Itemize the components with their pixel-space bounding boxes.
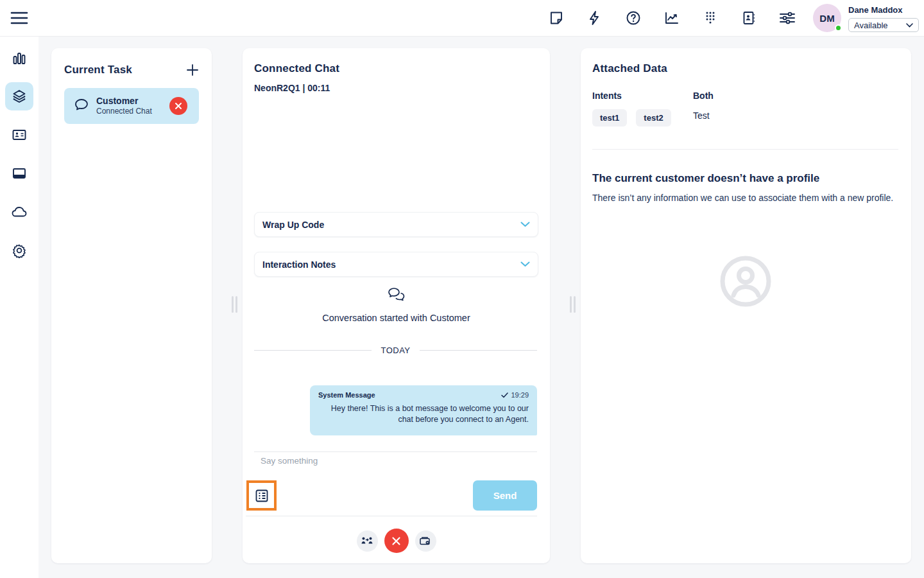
no-profile-title: The current customer doesn’t have a prof… [592, 172, 819, 185]
task-type: Connected Chat [96, 107, 152, 116]
input-divider [254, 451, 537, 452]
dialpad-icon[interactable] [691, 0, 730, 36]
conversation-icon [387, 287, 406, 304]
hamburger-menu-icon[interactable] [10, 10, 28, 26]
chat-action-bar [243, 529, 550, 553]
message-text: Hey there! This is a bot message to welc… [318, 403, 529, 425]
day-divider-label: TODAY [381, 346, 410, 355]
sidebar-item-reporting[interactable] [5, 44, 33, 73]
intent-tag: test1 [592, 109, 627, 127]
settings-sliders-icon[interactable] [768, 0, 807, 36]
top-bar: DM Dane Maddox Available [0, 0, 924, 37]
panel-resize-handle-right[interactable] [570, 296, 578, 313]
help-icon[interactable] [614, 0, 653, 36]
end-chat-button[interactable] [384, 529, 409, 553]
task-name: Customer [96, 96, 152, 107]
user-avatar[interactable]: DM [813, 4, 841, 32]
no-profile-description: There isn’t any information we can use t… [592, 191, 899, 205]
intents-group: Intents test1 test2 [592, 91, 671, 127]
actions-divider [246, 516, 537, 516]
availability-value: Available [854, 21, 888, 30]
wrap-up-code-label: Wrap Up Code [262, 220, 324, 230]
gear-icon [12, 243, 27, 258]
bar-chart-icon [12, 51, 27, 66]
layers-icon [12, 89, 27, 104]
availability-select[interactable]: Available [848, 18, 919, 32]
chat-message-input[interactable] [261, 456, 530, 466]
both-value: Test [693, 110, 714, 121]
interaction-notes-dropdown[interactable]: Interaction Notes [254, 252, 538, 277]
empty-profile-icon [719, 255, 772, 310]
quick-launch-icon[interactable] [576, 0, 614, 36]
sidebar-item-directory[interactable] [5, 121, 33, 149]
current-task-panel: Current Task Customer Connected Chat [51, 48, 212, 563]
current-task-title: Current Task [64, 64, 132, 76]
quick-replies-button[interactable] [246, 480, 277, 511]
send-button[interactable]: Send [473, 480, 537, 511]
contact-card-icon [12, 127, 27, 143]
record-button[interactable] [415, 530, 436, 552]
chat-bubble-icon [73, 97, 90, 115]
app-sidebar [0, 37, 38, 578]
chat-title: Connected Chat [254, 62, 339, 75]
transfer-people-icon [361, 536, 373, 546]
avatar-initials: DM [819, 13, 834, 24]
attached-data-panel: Attached Data Intents test1 test2 Both T… [581, 48, 911, 563]
wrap-up-code-dropdown[interactable]: Wrap Up Code [254, 212, 538, 237]
sidebar-item-settings[interactable] [5, 236, 33, 265]
topbar-icon-group [537, 0, 807, 36]
connected-chat-panel: Connected Chat NeonR2Q1 | 00:11 Wrap Up … [243, 48, 550, 563]
system-message-bubble: System Message 19:29 Hey there! This is … [310, 385, 537, 435]
window-icon [12, 166, 27, 181]
intent-tag: test2 [636, 109, 671, 127]
availability-dot [835, 24, 842, 31]
task-card-customer[interactable]: Customer Connected Chat [64, 88, 199, 124]
interaction-notes-label: Interaction Notes [262, 259, 336, 270]
performance-icon[interactable] [653, 0, 691, 36]
conversation-start-notice: Conversation started with Customer [243, 287, 550, 323]
section-divider [592, 149, 898, 150]
sidebar-item-interactions[interactable] [5, 82, 33, 110]
sidebar-item-browser[interactable] [5, 159, 33, 188]
record-device-icon [419, 536, 432, 546]
day-divider: TODAY [254, 346, 537, 355]
delivered-check-icon [501, 392, 508, 398]
chat-session-info: NeonR2Q1 | 00:11 [254, 83, 339, 93]
conversation-start-text: Conversation started with Customer [243, 313, 550, 323]
attached-data-title: Attached Data [592, 62, 667, 75]
add-task-button[interactable] [185, 62, 200, 78]
both-group: Both Test [693, 91, 714, 121]
cloud-icon [11, 205, 28, 219]
message-time: 19:29 [511, 391, 529, 399]
close-icon [175, 102, 182, 110]
both-label: Both [693, 91, 714, 101]
transfer-button[interactable] [357, 530, 378, 552]
sidebar-item-cloud[interactable] [5, 198, 33, 226]
chevron-down-icon [906, 23, 913, 28]
main-content: Current Task Customer Connected Chat Con… [38, 37, 924, 578]
chevron-down-icon [520, 222, 530, 227]
list-icon [255, 489, 269, 503]
close-icon [391, 536, 401, 546]
close-task-button[interactable] [169, 97, 187, 115]
intents-label: Intents [592, 91, 671, 101]
address-book-icon[interactable] [730, 0, 768, 36]
message-sender: System Message [318, 391, 375, 399]
panel-resize-handle-left[interactable] [232, 296, 239, 313]
user-name: Dane Maddox [848, 5, 903, 15]
notes-icon[interactable] [537, 0, 576, 36]
chevron-down-icon [520, 261, 530, 267]
